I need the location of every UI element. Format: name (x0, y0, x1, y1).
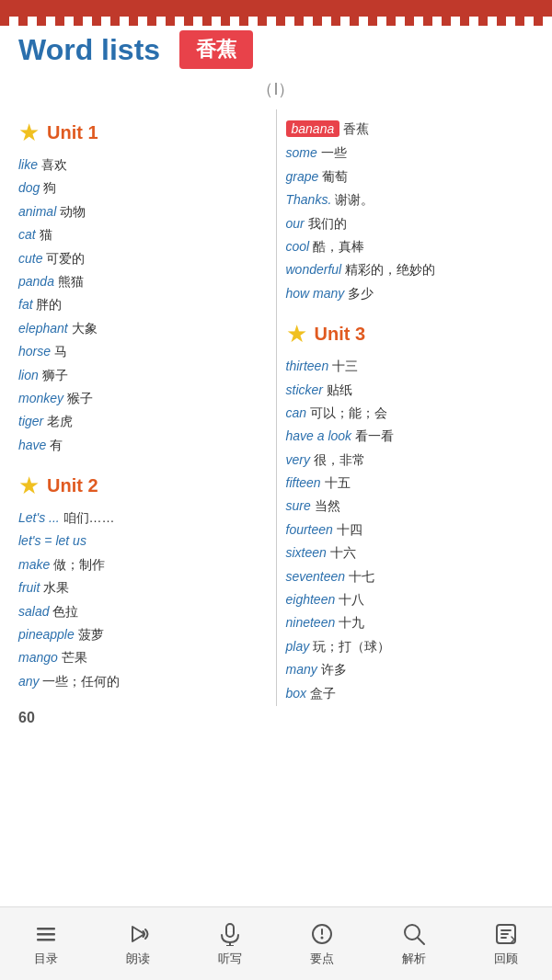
list-item: many 许多 (286, 659, 535, 679)
list-item: tiger 老虎 (18, 411, 267, 431)
list-item: cat 猫 (18, 224, 267, 245)
dictation-icon (214, 921, 246, 947)
list-item: panda 熊猫 (18, 271, 267, 291)
list-item: sixteen 十六 (286, 542, 535, 563)
review-icon (490, 921, 522, 947)
list-item: play 玩；打（球） (286, 636, 535, 656)
list-item: grape 葡萄 (286, 166, 535, 187)
unit3-header: ★ Unit 3 (286, 320, 535, 348)
keypoints-icon (306, 921, 338, 947)
list-item: eighteen 十八 (286, 589, 535, 610)
top-decorative-bar (0, 0, 552, 17)
list-item: can 可以；能；会 (286, 403, 535, 423)
list-item: have a look 看一看 (286, 426, 535, 446)
bottom-toolbar: 目录 朗读 听写 (0, 906, 552, 980)
unit1-header: ★ Unit 1 (18, 119, 267, 147)
unit3-label: Unit 3 (315, 324, 366, 345)
page-header: Word lists 香蕉 （I） (0, 17, 552, 100)
toolbar-item-dictation[interactable]: 听写 (214, 921, 246, 967)
list-item: make 做；制作 (18, 554, 267, 575)
list-item: some 一些 (286, 142, 535, 163)
toolbar-item-analysis[interactable]: 解析 (398, 921, 430, 967)
left-column: ★ Unit 1 like 喜欢 dog 狗 animal 动物 cat 猫 c… (9, 109, 277, 706)
list-item: monkey 猴子 (18, 388, 267, 408)
unit2-word-list: Let's ... 咱们…… let's = let us make 做；制作 … (18, 507, 267, 691)
highlight-banana: banana 香蕉 (286, 119, 535, 139)
content-area: ★ Unit 1 like 喜欢 dog 狗 animal 动物 cat 猫 c… (0, 109, 552, 706)
banana-badge: 香蕉 (179, 30, 253, 69)
list-item: our 我们的 (286, 213, 535, 234)
list-item: let's = let us (18, 530, 267, 551)
list-item: mango 芒果 (18, 647, 267, 667)
svg-rect-1 (37, 933, 55, 936)
list-item: seventeen 十七 (286, 566, 535, 587)
toolbar-item-review[interactable]: 回顾 (490, 921, 522, 967)
list-item: pineapple 菠萝 (18, 624, 267, 644)
list-item: Let's ... 咱们…… (18, 507, 267, 528)
star-icon-unit2: ★ (18, 472, 40, 500)
list-item: wonderful 精彩的，绝妙的 (286, 259, 535, 279)
list-item: sure 当然 (286, 496, 535, 516)
list-item: nineteen 十九 (286, 612, 535, 632)
toolbar-label-dictation: 听写 (218, 951, 242, 967)
list-item: fourteen 十四 (286, 519, 535, 540)
list-item: lion 狮子 (18, 365, 267, 385)
list-item: how many 多少 (286, 283, 535, 303)
svg-point-9 (321, 936, 324, 939)
star-icon-unit3: ★ (286, 320, 307, 348)
list-item: very 很，非常 (286, 450, 535, 470)
toolbar-label-review: 回顾 (494, 951, 518, 967)
toolbar-label-keypoints: 要点 (310, 951, 334, 967)
list-item: animal 动物 (18, 201, 267, 222)
unit2-header: ★ Unit 2 (18, 472, 267, 500)
list-item: cool 酷，真棒 (286, 236, 535, 256)
unit2-right-word-list: some 一些 grape 葡萄 Thanks. 谢谢。 our 我们的 coo… (286, 142, 535, 303)
list-item: fat 胖的 (18, 294, 267, 314)
list-item: like 喜欢 (18, 154, 267, 175)
list-item: salad 色拉 (18, 601, 267, 621)
toolbar-label-read: 朗读 (126, 951, 150, 967)
svg-marker-3 (132, 927, 144, 941)
analysis-icon (398, 921, 430, 947)
unit3-word-list: thirteen 十三 sticker 贴纸 can 可以；能；会 have a… (286, 356, 535, 703)
list-item: Thanks. 谢谢。 (286, 189, 535, 210)
toolbar-item-menu[interactable]: 目录 (30, 921, 62, 967)
list-item: fifteen 十五 (286, 473, 535, 493)
list-item: fruit 水果 (18, 577, 267, 598)
unit2-label: Unit 2 (47, 475, 98, 496)
list-item: have 有 (18, 435, 267, 455)
toolbar-label-menu: 目录 (34, 951, 58, 967)
subtitle: （I） (18, 78, 534, 100)
list-item: thirteen 十三 (286, 356, 535, 376)
toolbar-item-read[interactable]: 朗读 (122, 921, 154, 967)
list-item: sticker 贴纸 (286, 380, 535, 400)
read-icon (122, 921, 154, 947)
svg-rect-2 (37, 939, 55, 941)
menu-icon (30, 921, 62, 947)
list-item: elephant 大象 (18, 318, 267, 338)
star-icon-unit1: ★ (18, 119, 40, 147)
banana-word-zh: 香蕉 (343, 121, 369, 136)
list-item: dog 狗 (18, 177, 267, 198)
list-item: any 一些；任何的 (18, 671, 267, 691)
svg-rect-0 (37, 928, 55, 930)
unit1-word-list: like 喜欢 dog 狗 animal 动物 cat 猫 cute 可爱的 p… (18, 154, 267, 455)
page-number: 60 (18, 710, 35, 726)
banana-word-en: banana (286, 120, 340, 137)
right-column: banana 香蕉 some 一些 grape 葡萄 Thanks. 谢谢。 o… (277, 109, 544, 706)
list-item: horse 马 (18, 341, 267, 361)
svg-line-11 (418, 938, 424, 944)
list-item: cute 可爱的 (18, 248, 267, 268)
main-wrapper: Word lists 香蕉 （I） ★ Unit 1 like 喜欢 dog 狗… (0, 0, 552, 789)
list-item: box 盒子 (286, 683, 535, 703)
toolbar-item-keypoints[interactable]: 要点 (306, 921, 338, 967)
unit1-label: Unit 1 (47, 122, 98, 143)
toolbar-label-analysis: 解析 (402, 951, 426, 967)
page-title: Word lists (18, 33, 160, 67)
